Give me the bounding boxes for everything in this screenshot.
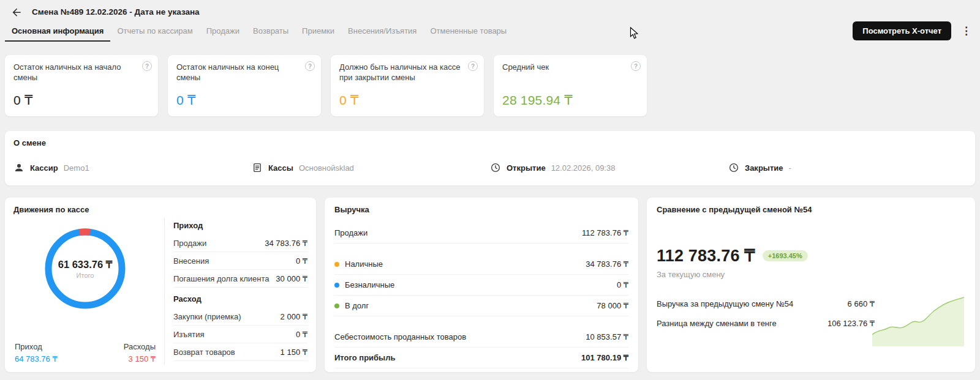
tab-deposits-withdrawals[interactable]: Внесения/Изъятия (341, 20, 423, 42)
legend-expense: Расходы 3 150 ₸ (124, 342, 156, 363)
debt-dot-icon (334, 304, 339, 308)
donut-center: 61 633.76 ₸ Итого (39, 223, 131, 315)
back-button[interactable] (10, 6, 23, 19)
field-value: Demo1 (64, 163, 89, 173)
revenue-label: Себестоимость проданных товаров (334, 332, 466, 341)
about-shift-title: О смене (13, 138, 967, 147)
help-icon[interactable]: ? (468, 61, 478, 71)
legend-label: Расходы (124, 342, 156, 351)
view-x-report-button[interactable]: Посмотреть X-отчет (853, 21, 951, 40)
movement-row: Закупки (приемка) 2 000 ₸ (173, 308, 307, 326)
cash-movements-title: Движения по кассе (13, 205, 307, 214)
help-icon[interactable]: ? (142, 61, 152, 71)
tab-returns[interactable]: Возвраты (246, 20, 295, 42)
legend-value: 64 783.76 ₸ (15, 354, 58, 363)
tab-main-info[interactable]: Основная информация (5, 20, 110, 42)
stat-card-expected-cash: Должно быть наличных на кассе при закрыт… (331, 55, 484, 116)
revenue-label: Итого прибыль (334, 353, 395, 362)
stat-label: Остаток наличных на конец смены (176, 62, 302, 83)
field-value: Основнойsklad (299, 163, 354, 173)
stat-card-cash-start: Остаток наличных на начало смены ? 0 ₸ (5, 55, 158, 116)
help-icon[interactable]: ? (305, 61, 315, 71)
revenue-row-cash: Наличные 34 783.76 ₸ (334, 254, 628, 275)
comparison-value: 106 123.76 ₸ (827, 319, 875, 328)
comparison-label: Разница между сменами в тенге (657, 319, 777, 328)
field-closing: Закрытие - (728, 162, 967, 173)
help-icon[interactable]: ? (631, 61, 641, 71)
movement-label: Погашения долга клиента (173, 274, 270, 283)
revenue-value: 78 000 ₸ (597, 301, 628, 310)
movement-label: Внесения (173, 256, 209, 266)
field-registers: Кассы Основнойsklad (252, 162, 490, 173)
revenue-card: Выручка Продажи 112 783.76 ₸ Наличные 34… (325, 198, 638, 372)
movement-row: Возврат товаров 1 150 ₸ (173, 343, 307, 361)
cash-donut-chart: 61 633.76 ₸ Итого (39, 223, 131, 315)
revenue-row-debt: В долг 78 000 ₸ (334, 296, 628, 316)
stat-value: 0 ₸ (13, 93, 32, 108)
back-arrow-icon (10, 6, 23, 18)
movement-value: 1 150 ₸ (281, 348, 307, 357)
legend-income: Приход 64 783.76 ₸ (15, 342, 58, 363)
stat-label: Должно быть наличных на кассе при закрыт… (339, 62, 465, 83)
user-icon (13, 162, 24, 173)
donut-total-label: Итого (77, 272, 94, 279)
revenue-value: 34 783.76 ₸ (586, 259, 628, 269)
revenue-value: 101 780.19 ₸ (581, 353, 628, 362)
expense-section-header: Расход (173, 291, 307, 308)
revenue-value: 112 783.76 ₸ (582, 228, 628, 237)
stat-card-cash-end: Остаток наличных на конец смены ? 0 ₸ (168, 55, 321, 116)
revenue-label: Продажи (334, 228, 368, 237)
movement-value: 30 000 ₸ (276, 274, 307, 283)
comparison-rows: Выручка за предыдущую смену №54 6 660 ₸ … (657, 294, 875, 333)
stat-label: Остаток наличных на начало смены (13, 62, 139, 83)
revenue-label: Наличные (334, 259, 383, 269)
movement-value: 0 ₸ (296, 256, 307, 266)
stat-cards-row: Остаток наличных на начало смены ? 0 ₸ О… (0, 42, 980, 116)
movement-label: Изъятия (173, 330, 204, 339)
bottom-cards-row: Движения по кассе 61 633.76 ₸ Итого Прих… (0, 198, 980, 372)
kebab-menu-icon[interactable]: ⋮ (961, 26, 971, 36)
comparison-current-value: 112 783.76 ₸ (657, 246, 755, 266)
movement-label: Возврат товаров (173, 348, 235, 357)
movement-value: 0 ₸ (296, 330, 307, 339)
tab-bar: Основная информация Отчеты по кассирам П… (0, 20, 980, 42)
header-bar: Смена №489 12.02.2026 - Дата не указана (0, 0, 980, 20)
income-section-header: Приход (173, 218, 307, 234)
field-value: - (789, 163, 791, 173)
revenue-value: 0 ₸ (617, 280, 628, 289)
revenue-rows: Продажи 112 783.76 ₸ Наличные 34 783.76 … (334, 223, 628, 368)
cash-movements-card: Движения по кассе 61 633.76 ₸ Итого Прих… (5, 198, 316, 372)
tab-receivings[interactable]: Приемки (295, 20, 341, 42)
comparison-row: Выручка за предыдущую смену №54 6 660 ₸ (657, 294, 875, 313)
field-label: Кассир (30, 163, 58, 173)
about-shift-fields: Кассир Demo1 Кассы Основнойsklad Открыти… (13, 162, 967, 173)
comparison-current: 112 783.76 ₸ +1693.45% (657, 246, 965, 266)
stat-value: 28 195.94 ₸ (502, 93, 573, 108)
stat-card-average-check: Средний чек ? 28 195.94 ₸ (494, 55, 647, 116)
tab-cancelled-items[interactable]: Отмененные товары (423, 20, 513, 42)
tab-cashier-reports[interactable]: Отчеты по кассирам (110, 20, 199, 42)
movement-value: 34 783.76 ₸ (265, 239, 307, 248)
stat-value: 0 ₸ (339, 93, 358, 108)
field-label: Кассы (268, 163, 293, 173)
movement-row: Внесения 0 ₸ (173, 252, 307, 270)
cashless-dot-icon (334, 283, 339, 288)
movement-row: Погашения долга клиента 30 000 ₸ (173, 270, 307, 288)
movements-list: Приход Продажи 34 783.76 ₸ Внесения 0 ₸ … (164, 218, 307, 365)
revenue-label: В долг (334, 301, 369, 310)
movement-row: Изъятия 0 ₸ (173, 326, 307, 343)
tab-sales[interactable]: Продажи (200, 20, 246, 42)
revenue-row-sales: Продажи 112 783.76 ₸ (334, 223, 628, 244)
movement-value: 2 000 ₸ (281, 312, 307, 321)
revenue-value: 10 853.57 ₸ (586, 332, 628, 341)
field-cashier: Кассир Demo1 (13, 162, 252, 173)
revenue-row-cashless: Безналичные 0 ₸ (334, 275, 628, 296)
donut-column: 61 633.76 ₸ Итого Приход 64 783.76 ₸ Рас… (13, 218, 164, 365)
revenue-label: Безналичные (334, 280, 394, 289)
field-value: 12.02.2026, 09:38 (551, 163, 616, 173)
comparison-current-label: За текущую смену (657, 270, 965, 279)
comparison-label: Выручка за предыдущую смену №54 (657, 299, 793, 308)
donut-legend: Приход 64 783.76 ₸ Расходы 3 150 ₸ (13, 342, 157, 365)
comparison-title: Сравнение с предыдущей сменой №54 (657, 205, 965, 214)
shift-report-page: { "header": { "title": "Смена №489 12.02… (0, 0, 980, 380)
